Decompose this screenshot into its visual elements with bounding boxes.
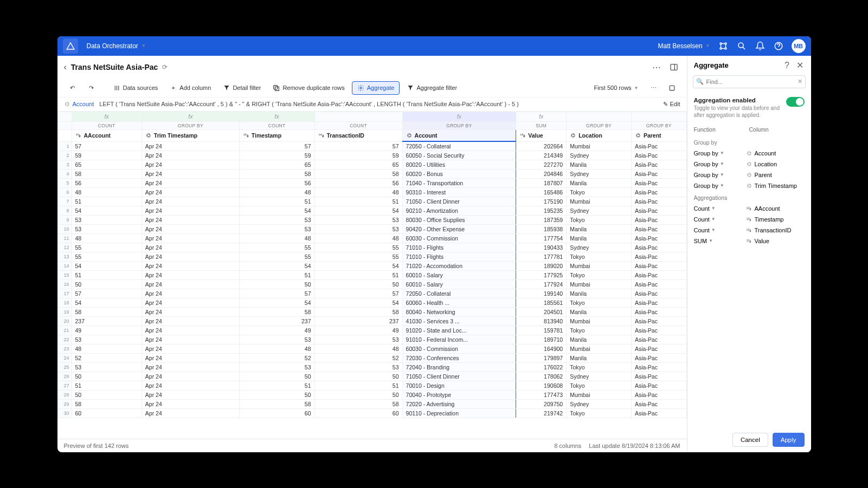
toolbar-more-button[interactable]: ⋯ [646,82,661,94]
aggregate-button[interactable]: Aggregate [352,81,400,95]
data-sources-button[interactable]: Data sources [108,82,163,94]
formula-column-chip[interactable]: ⌬Account [64,101,94,107]
redo-button[interactable]: ↷ [83,82,100,94]
rows-selector[interactable]: First 500 rows▼ [589,82,644,94]
formula-edit-button[interactable]: ✎Edit [663,101,680,108]
hierarchy-icon: ⌬ [570,132,576,139]
table-row[interactable]: 3 65 Apr 24 65 65 80020 - Utilities 2272… [57,160,686,170]
fn-selector[interactable]: Count▼ [694,216,743,223]
avatar[interactable]: MB [792,39,806,53]
table-row[interactable]: 28 50 Apr 24 50 50 70040 - Prototype 177… [57,391,686,400]
table-row[interactable]: 10 53 Apr 24 53 53 90420 - Other Expense… [57,225,686,234]
table-row[interactable]: 17 57 Apr 24 57 57 72050 - Collateral 19… [57,289,686,298]
table-row[interactable]: 30 60 Apr 24 60 60 90110 - Depreciation … [57,409,686,418]
aggregate-filter-button[interactable]: Aggregate filter [402,82,462,94]
table-row[interactable]: 2 59 Apr 24 59 59 60050 - Social Securit… [57,151,686,160]
table-row[interactable]: 6 48 Apr 24 48 48 90310 - Interest 16548… [57,188,686,197]
table-row[interactable]: 7 51 Apr 24 51 51 71050 - Client Dinner … [57,197,686,206]
table-row[interactable]: 29 58 Apr 24 58 58 72020 - Advertising 2… [57,400,686,409]
table-row[interactable]: 13 55 Apr 24 55 55 71010 - Flights 17778… [57,252,686,262]
data-grid[interactable]: fxfxfx fxfx COUNTGROUP BYCOUNTCOUNT GROU… [57,112,687,439]
table-row[interactable]: 12 55 Apr 24 55 55 71010 - Flights 19043… [57,243,686,252]
column-ref[interactable]: ¹²₃Timestamp [746,216,805,223]
table-row[interactable]: 8 54 Apr 24 54 54 90210 - Amortization 1… [57,206,686,216]
table-row[interactable]: 19 58 Apr 24 58 58 80040 - Networking 20… [57,308,686,317]
groupby-item: Group by▼ ⌬Trim Timestamp [687,180,811,191]
table-row[interactable]: 22 53 Apr 24 53 53 91010 - Federal Incom… [57,335,686,344]
search-icon[interactable] [736,41,747,51]
col-header-account[interactable]: ⌬Account [402,129,516,141]
table-row[interactable]: 9 53 Apr 24 53 53 80030 - Office Supplie… [57,216,686,225]
bell-icon[interactable] [755,41,766,51]
fn-selector[interactable]: Group by▼ [694,161,743,167]
fn-selector[interactable]: SUM▼ [694,238,743,244]
table-row[interactable]: 25 53 Apr 24 53 53 72040 - Branding 1760… [57,363,686,372]
column-ref[interactable]: ⌬Account [746,150,805,157]
header-row[interactable]: ¹²₃AAccount ⌬Trim Timestamp ¹²₃Timestamp… [57,129,686,141]
table-row[interactable]: 18 54 Apr 24 54 54 60060 - Health ... 18… [57,298,686,308]
app-selector[interactable]: Data Orchestrator ▼ [82,40,150,52]
table-row[interactable]: 27 51 Apr 24 51 51 70010 - Design 190608… [57,381,686,391]
plus-icon: + [170,84,177,92]
title-row: ‹ Trans NetSuite Asia-Pac ⟳ ⋯ [57,56,687,79]
table-row[interactable]: 5 56 Apr 24 56 56 71040 - Transportation… [57,179,686,188]
col-header-parent[interactable]: ⌬Parent [631,129,686,141]
aggregation-switch[interactable] [786,97,805,107]
fn-selector[interactable]: Count▼ [694,227,743,233]
refresh-icon[interactable]: ⟳ [162,63,168,71]
table-row[interactable]: 26 50 Apr 24 50 50 71050 - Client Dinner… [57,372,686,381]
panel-footer: Cancel Apply [687,427,811,452]
table-row[interactable]: 21 49 Apr 24 49 49 91020 - State and Loc… [57,326,686,335]
panel-toggle-icon[interactable] [667,61,680,74]
column-ref[interactable]: ⌬Parent [746,172,805,178]
col-header-value[interactable]: ¹²₃Value [516,129,567,141]
groupby-item: Group by▼ ⌬Account [687,148,811,159]
table-row[interactable]: 24 52 Apr 24 52 52 72030 - Conferences 1… [57,354,686,363]
column-ref[interactable]: ¹²₃TransactionID [746,227,805,233]
add-column-button[interactable]: +Add column [165,82,216,94]
col-header-location[interactable]: ⌬Location [567,129,632,141]
table-row[interactable]: 20 237 Apr 24 237 237 41030 - Services 3… [57,317,686,326]
help-icon[interactable]: ? [783,61,792,70]
column-ref[interactable]: ⌬Trim Timestamp [746,183,805,189]
agg-type-row: COUNTGROUP BYCOUNTCOUNT GROUP BYSUMGROUP… [57,121,686,129]
table-row[interactable]: 14 54 Apr 24 54 54 71020 - Accomodation … [57,262,686,271]
clear-icon[interactable]: ✕ [798,78,802,85]
col-header-timestamp[interactable]: ¹²₃Timestamp [239,129,314,141]
fn-selector[interactable]: Group by▼ [694,150,743,157]
col-header-transactionid[interactable]: ¹²₃TransactionID [314,129,402,141]
apply-button[interactable]: Apply [773,433,805,447]
table-row[interactable]: 16 50 Apr 24 50 50 60010 - Salary 177924… [57,280,686,289]
detail-filter-button[interactable]: Detail filter [218,82,266,94]
table-row[interactable]: 1 57 Apr 24 57 57 72050 - Collateral 202… [57,141,686,151]
back-button[interactable]: ‹ [64,62,67,72]
fn-selector[interactable]: Group by▼ [694,183,743,189]
help-icon[interactable] [773,41,784,51]
user-menu[interactable]: Matt Besselsen ▼ [658,42,710,50]
column-ref[interactable]: ¹²₃Value [746,238,805,244]
chevron-down-icon: ▼ [634,86,639,90]
toolbar-export-button[interactable] [664,82,680,94]
close-icon[interactable]: ✕ [796,61,805,70]
col-header-trim-timestamp[interactable]: ⌬Trim Timestamp [142,129,239,141]
column-ref[interactable]: ¹²₃AAccount [746,205,805,212]
app-logo-icon[interactable] [63,38,78,54]
groupby-section-label: Group by [687,136,811,148]
remove-duplicates-button[interactable]: Remove duplicate rows [268,82,349,94]
toggle-label: Aggregation enabled [694,97,782,103]
table-row[interactable]: 4 58 Apr 24 58 58 60020 - Bonus 204846 S… [57,170,686,179]
table-row[interactable]: 15 51 Apr 24 51 51 60010 - Salary 177925… [57,271,686,280]
number-icon: ¹²₃ [75,132,82,139]
chevron-down-icon: ▼ [720,151,724,155]
fn-selector[interactable]: Group by▼ [694,172,743,178]
more-icon[interactable]: ⋯ [650,60,663,75]
table-row[interactable]: 23 48 Apr 24 48 48 60030 - Commission 16… [57,344,686,354]
cancel-button[interactable]: Cancel [732,433,768,447]
graph-icon[interactable] [718,41,729,51]
table-row[interactable]: 11 48 Apr 24 48 48 60030 - Commission 17… [57,234,686,243]
search-input[interactable] [693,75,806,88]
fn-selector[interactable]: Count▼ [694,205,743,212]
col-header-aaccount[interactable]: ¹²₃AAccount [72,129,142,141]
column-ref[interactable]: ⌬Location [746,161,805,167]
undo-button[interactable]: ↶ [64,82,81,94]
